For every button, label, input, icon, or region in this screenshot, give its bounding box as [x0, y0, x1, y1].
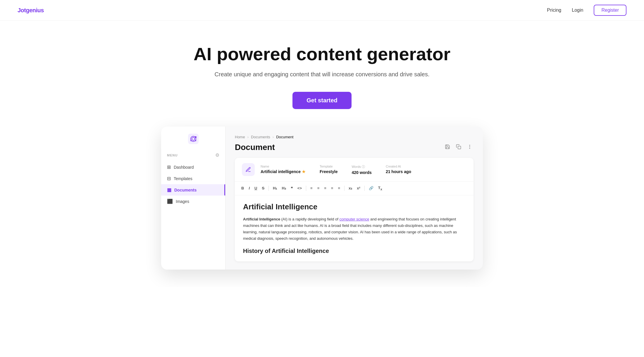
doc-header: Document	[235, 143, 473, 152]
pricing-link[interactable]: Pricing	[547, 8, 561, 13]
toolbar-bold[interactable]: B	[240, 185, 246, 192]
breadcrumb-current: Document	[276, 135, 293, 139]
meta-value-words: 420 words	[352, 170, 371, 175]
meta-label-name: Name	[261, 165, 306, 168]
hero-section: AI powered content generator Create uniq…	[0, 21, 644, 127]
meta-value-created: 21 hours ago	[386, 169, 411, 174]
toolbar-superscript[interactable]: x²	[355, 185, 362, 192]
meta-label-template: Template	[320, 165, 338, 168]
copy-button[interactable]	[455, 143, 462, 152]
svg-point-6	[469, 146, 470, 147]
images-icon: ⬛	[167, 199, 173, 204]
svg-rect-4	[458, 146, 461, 149]
doc-text-1: (AI) is a rapidly developing field of	[281, 217, 340, 221]
meta-field-words: Words ⓘ 420 words	[352, 165, 371, 175]
sidebar: MENU ⚙ ⊞ Dashboard ⊟ Templates ▦ Documen…	[161, 127, 225, 270]
svg-point-1	[195, 136, 197, 138]
toolbar-align-right[interactable]: ≡	[336, 185, 342, 192]
doc-meta: Name Artificial intelligence ★ Template …	[235, 158, 473, 182]
toolbar-h1[interactable]: H₁	[271, 185, 279, 192]
menu-label: MENU	[167, 154, 178, 157]
svg-point-5	[469, 145, 470, 146]
breadcrumb: Home › Documents › Document	[235, 135, 473, 139]
documents-icon: ▦	[167, 187, 171, 193]
toolbar-sep-4	[364, 186, 365, 191]
get-started-button[interactable]: Get started	[292, 92, 352, 109]
sidebar-logo	[161, 134, 225, 151]
sidebar-menu-header: MENU ⚙	[161, 151, 225, 161]
toolbar-align-left[interactable]: ≡	[322, 185, 328, 192]
more-actions-button[interactable]	[466, 143, 473, 152]
sidebar-item-label: Dashboard	[174, 165, 194, 170]
sidebar-item-documents[interactable]: ▦ Documents	[161, 184, 225, 196]
sidebar-item-label: Images	[176, 199, 189, 204]
meta-label-created: Created at	[386, 165, 411, 168]
breadcrumb-sep-1: ›	[247, 135, 249, 139]
document-card: Name Artificial intelligence ★ Template …	[235, 158, 473, 261]
templates-icon: ⊟	[167, 176, 171, 181]
sidebar-item-templates[interactable]: ⊟ Templates	[161, 173, 225, 184]
save-button[interactable]	[444, 143, 451, 152]
sidebar-item-label: Templates	[174, 176, 192, 181]
main-content: Home › Documents › Document Document	[225, 127, 483, 270]
star-icon: ★	[302, 169, 306, 174]
toolbar-h2[interactable]: H₂	[280, 185, 287, 192]
toolbar-underline[interactable]: U	[253, 185, 259, 192]
svg-point-7	[469, 148, 470, 149]
doc-bold-ai: Artificial Intelligence	[243, 217, 280, 221]
doc-link-cs[interactable]: computer science	[340, 217, 369, 221]
toolbar-sep-2	[306, 186, 306, 191]
sidebar-item-label: Documents	[174, 188, 197, 192]
breadcrumb-home[interactable]: Home	[235, 135, 245, 139]
toolbar-strikethrough[interactable]: S	[260, 185, 266, 192]
toolbar-sep-3	[344, 186, 345, 191]
doc-body: Artificial Intelligence Artificial Intel…	[235, 195, 473, 261]
info-icon: ⓘ	[362, 165, 365, 168]
settings-icon[interactable]: ⚙	[215, 152, 219, 158]
doc-toolbar: B I U S H₁ H₂ ❝ <> ≡ ≡ ≡ ≡ ≡ x₂	[235, 182, 473, 195]
app-logo-icon	[188, 134, 199, 144]
doc-meta-icon	[242, 163, 255, 176]
sidebar-item-images[interactable]: ⬛ Images	[161, 196, 225, 207]
app-preview: MENU ⚙ ⊞ Dashboard ⊟ Templates ▦ Documen…	[161, 127, 483, 270]
meta-field-name: Name Artificial intelligence ★	[261, 165, 306, 175]
toolbar-code[interactable]: <>	[296, 185, 304, 192]
toolbar-ordered-list[interactable]: ≡	[309, 185, 314, 192]
toolbar-clear-format[interactable]: Tx	[376, 184, 384, 192]
document-title: Document	[235, 143, 275, 152]
logo: Jotgenius	[18, 7, 44, 14]
doc-heading-2: History of Artificial Intelligence	[243, 248, 465, 254]
breadcrumb-sep-2: ›	[273, 135, 274, 139]
toolbar-align-center[interactable]: ≡	[329, 185, 335, 192]
toolbar-italic[interactable]: I	[247, 185, 252, 192]
svg-point-3	[190, 140, 192, 141]
toolbar-subscript[interactable]: x₂	[347, 185, 354, 192]
toolbar-sep-1	[268, 186, 269, 191]
nav-links: Pricing Login Register	[547, 5, 626, 16]
toolbar-unordered-list[interactable]: ≡	[316, 185, 321, 192]
sidebar-item-dashboard[interactable]: ⊞ Dashboard	[161, 161, 225, 173]
toolbar-blockquote[interactable]: ❝	[289, 185, 295, 192]
register-button[interactable]: Register	[594, 5, 626, 16]
svg-point-2	[195, 140, 196, 141]
doc-heading-1: Artificial Intelligence	[243, 202, 465, 211]
meta-label-words: Words ⓘ	[352, 165, 371, 169]
meta-field-template: Template Freestyle	[320, 165, 338, 175]
meta-value-name: Artificial intelligence	[261, 169, 301, 174]
meta-field-created: Created at 21 hours ago	[386, 165, 411, 175]
doc-meta-fields: Name Artificial intelligence ★ Template …	[261, 165, 466, 175]
breadcrumb-documents[interactable]: Documents	[251, 135, 270, 139]
doc-paragraph-1: Artificial Intelligence (AI) is a rapidl…	[243, 216, 465, 242]
toolbar-link[interactable]: 🔗	[367, 185, 375, 192]
meta-value-template: Freestyle	[320, 169, 338, 174]
navbar: Jotgenius Pricing Login Register	[0, 0, 644, 21]
svg-rect-0	[188, 134, 199, 144]
login-link[interactable]: Login	[572, 8, 583, 13]
dashboard-icon: ⊞	[167, 164, 171, 170]
hero-subtitle: Create unique and engaging content that …	[12, 71, 632, 78]
doc-actions	[444, 143, 473, 152]
hero-title: AI powered content generator	[12, 44, 632, 64]
